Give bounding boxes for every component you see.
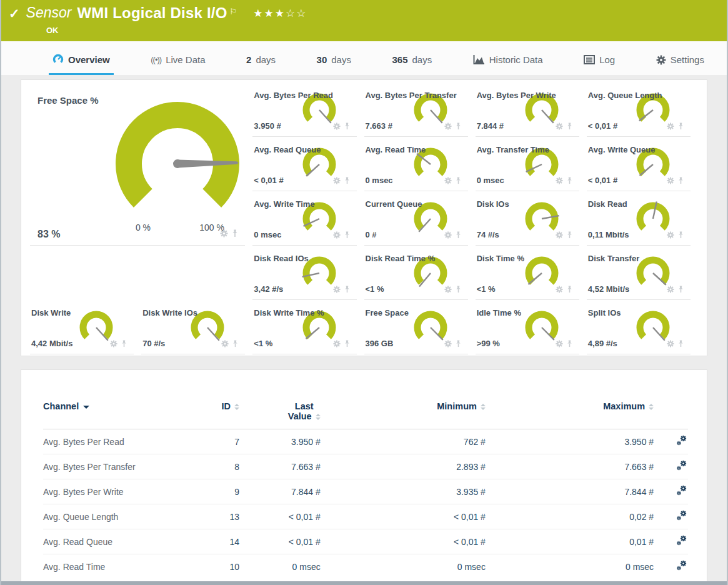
pin-icon[interactable] — [344, 339, 351, 350]
mini-gauge-cell[interactable]: Avg. Read Queue < 0,01 # — [252, 137, 356, 191]
channel-settings-cell[interactable] — [654, 479, 688, 504]
gauge-settings-gear-icon[interactable] — [444, 176, 452, 187]
mini-gauge-cell[interactable]: Disk Write Time % <1 % — [252, 300, 356, 354]
tab-settings[interactable]: Settings — [652, 54, 708, 75]
pin-icon[interactable] — [344, 121, 351, 132]
pin-icon[interactable] — [455, 284, 462, 296]
priority-flag-icon[interactable]: ⚐ — [230, 7, 237, 16]
pin-icon[interactable] — [566, 284, 573, 296]
mini-gauge-cell[interactable]: Disk Write IOs 70 #/s — [141, 300, 245, 354]
tab-30-days[interactable]: 30 days — [313, 54, 355, 75]
pin-icon[interactable] — [455, 230, 462, 241]
mini-gauge-cell[interactable]: Avg. Write Time 0 msec — [252, 191, 356, 246]
gauge-settings-gear-icon[interactable] — [220, 229, 228, 240]
mini-gauge-cell[interactable]: Disk Transfer 4,52 Mbit/s — [587, 246, 691, 300]
channel-settings-cell[interactable] — [654, 429, 688, 454]
tab-live-data[interactable]: ((•)) Live Data — [147, 54, 209, 75]
double-gear-icon[interactable] — [676, 459, 688, 472]
gauge-settings-gear-icon[interactable] — [556, 339, 563, 350]
pin-icon[interactable] — [455, 339, 462, 350]
column-header-last-value[interactable]: Last Value — [239, 399, 321, 429]
mini-gauge-cell[interactable]: Disk Read 0,11 Mbit/s — [587, 191, 691, 246]
pin-icon[interactable] — [566, 176, 573, 187]
big-gauge-free-space-percent[interactable]: Free Space % 0 % 100 % 83 % — [30, 82, 245, 246]
mini-gauge-cell[interactable]: Disk Read IOs 3,42 #/s — [252, 246, 356, 300]
double-gear-icon[interactable] — [676, 509, 688, 522]
gauge-settings-gear-icon[interactable] — [333, 339, 341, 350]
gauge-settings-gear-icon[interactable] — [556, 121, 563, 132]
column-header-minimum[interactable]: Minimum — [321, 399, 486, 429]
pin-icon[interactable] — [566, 121, 573, 132]
pin-icon[interactable] — [677, 339, 684, 350]
priority-stars[interactable]: ★★★☆☆ — [253, 7, 307, 20]
tab-overview[interactable]: Overview — [49, 54, 114, 75]
pin-icon[interactable] — [566, 339, 573, 350]
channel-settings-cell[interactable] — [654, 454, 688, 479]
gauge-settings-gear-icon[interactable] — [221, 339, 229, 350]
channel-name-cell[interactable]: Avg. Bytes Per Transfer — [43, 454, 192, 479]
mini-gauge-cell[interactable]: Avg. Queue Length < 0,01 # — [587, 82, 691, 137]
mini-gauge-cell[interactable]: Avg. Write Queue < 0,01 # — [587, 137, 691, 191]
mini-gauge-cell[interactable]: Idle Time % >99 % — [476, 300, 579, 354]
gauge-settings-gear-icon[interactable] — [556, 284, 563, 296]
gauge-settings-gear-icon[interactable] — [333, 284, 341, 296]
channel-name-cell[interactable]: Avg. Bytes Per Write — [43, 479, 192, 504]
pin-icon[interactable] — [344, 176, 351, 187]
pin-icon[interactable] — [344, 230, 351, 241]
tab-2-days[interactable]: 2 days — [242, 54, 279, 75]
gauge-settings-gear-icon[interactable] — [444, 284, 452, 296]
channel-name-cell[interactable]: Avg. Bytes Per Read — [43, 429, 192, 454]
pin-icon[interactable] — [455, 121, 462, 132]
gauge-settings-gear-icon[interactable] — [667, 339, 674, 350]
pin-icon[interactable] — [677, 230, 684, 241]
gauge-settings-gear-icon[interactable] — [333, 176, 341, 187]
pin-icon[interactable] — [677, 284, 684, 296]
gauge-settings-gear-icon[interactable] — [667, 176, 674, 187]
gauge-settings-gear-icon[interactable] — [667, 121, 674, 132]
tab-historic-data[interactable]: Historic Data — [469, 54, 547, 75]
mini-gauge-cell[interactable]: Disk Write 4,42 Mbit/s — [30, 300, 134, 354]
mini-gauge-cell[interactable]: Disk Time % <1 % — [476, 246, 579, 300]
mini-gauge-cell[interactable]: Avg. Transfer Time 0 msec — [476, 137, 579, 191]
tab-log[interactable]: Log — [580, 54, 619, 75]
gauge-settings-gear-icon[interactable] — [444, 121, 452, 132]
double-gear-icon[interactable] — [676, 484, 688, 497]
pin-icon[interactable] — [231, 229, 239, 240]
pin-icon[interactable] — [566, 230, 573, 241]
mini-gauge-cell[interactable]: Disk IOs 74 #/s — [476, 191, 579, 246]
mini-gauge-cell[interactable]: Disk Read Time % <1 % — [364, 246, 468, 300]
gauge-settings-gear-icon[interactable] — [667, 284, 674, 296]
mini-gauge-cell[interactable]: Split IOs 4,89 #/s — [587, 300, 691, 354]
column-header-maximum[interactable]: Maximum — [486, 399, 654, 429]
pin-icon[interactable] — [677, 121, 684, 132]
mini-gauge-cell[interactable]: Avg. Read Time 0 msec — [364, 137, 468, 191]
channel-settings-cell[interactable] — [654, 529, 688, 554]
pin-icon[interactable] — [677, 176, 684, 187]
double-gear-icon[interactable] — [676, 434, 688, 447]
gauge-settings-gear-icon[interactable] — [556, 176, 563, 187]
gauge-settings-gear-icon[interactable] — [667, 230, 674, 241]
tab-365-days[interactable]: 365 days — [389, 54, 436, 75]
channel-name-cell[interactable]: Avg. Queue Length — [43, 504, 192, 529]
column-header-channel[interactable]: Channel — [43, 399, 192, 429]
gauge-settings-gear-icon[interactable] — [333, 230, 341, 241]
gauge-settings-gear-icon[interactable] — [110, 339, 117, 350]
column-header-id[interactable]: ID — [192, 399, 239, 429]
gauge-settings-gear-icon[interactable] — [333, 121, 341, 132]
mini-gauge-cell[interactable]: Avg. Bytes Per Read 3.950 # — [252, 82, 356, 137]
pin-icon[interactable] — [121, 339, 127, 350]
double-gear-icon[interactable] — [676, 534, 688, 547]
gauge-settings-gear-icon[interactable] — [556, 230, 563, 241]
channel-settings-cell[interactable] — [654, 504, 688, 529]
double-gear-icon[interactable] — [676, 559, 688, 572]
channel-name-cell[interactable]: Avg. Read Time — [43, 554, 192, 579]
mini-gauge-cell[interactable]: Free Space 396 GB — [364, 300, 468, 354]
mini-gauge-cell[interactable]: Avg. Bytes Per Transfer 7.663 # — [364, 82, 468, 137]
gauge-settings-gear-icon[interactable] — [444, 339, 452, 350]
pin-icon[interactable] — [232, 339, 239, 350]
channel-settings-cell[interactable] — [654, 554, 688, 579]
gauge-settings-gear-icon[interactable] — [444, 230, 452, 241]
mini-gauge-cell[interactable]: Current Queue 0 # — [364, 191, 468, 246]
pin-icon[interactable] — [455, 176, 462, 187]
mini-gauge-cell[interactable]: Avg. Bytes Per Write 7.844 # — [476, 82, 579, 137]
